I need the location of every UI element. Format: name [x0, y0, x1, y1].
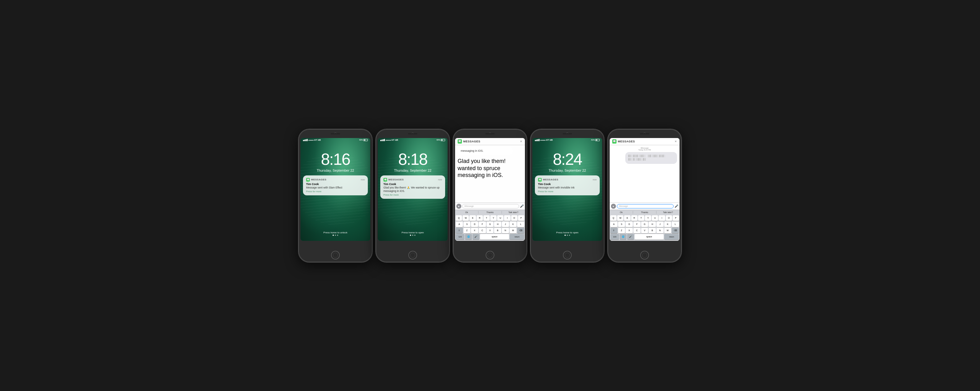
- predictive-word-thanks-5[interactable]: Thanks: [633, 211, 657, 214]
- key-o[interactable]: O: [511, 215, 517, 221]
- key-globe-5[interactable]: 🌐: [620, 234, 627, 240]
- key-g[interactable]: G: [487, 221, 494, 227]
- key-a[interactable]: A: [456, 221, 463, 227]
- key-k[interactable]: K: [510, 221, 517, 227]
- key-globe[interactable]: 🌐: [465, 234, 472, 240]
- key-p[interactable]: P: [518, 215, 524, 221]
- key-y[interactable]: Y: [490, 215, 496, 221]
- expanded-app-icon-5: 💬: [612, 139, 617, 144]
- close-button-5[interactable]: ✕: [675, 140, 677, 143]
- predictive-word-later-5[interactable]: Talk later?: [657, 211, 679, 214]
- key-h[interactable]: H: [494, 221, 501, 227]
- predictive-word-thanks-3[interactable]: Thanks: [479, 211, 502, 214]
- key-k-5[interactable]: K: [664, 221, 671, 227]
- key-y-5[interactable]: Y: [645, 215, 651, 221]
- mic-icon-5[interactable]: 🎤: [675, 204, 678, 208]
- key-w[interactable]: W: [463, 215, 469, 221]
- close-button-3[interactable]: ✕: [520, 140, 522, 143]
- key-return[interactable]: return: [510, 234, 524, 240]
- key-s[interactable]: S: [463, 221, 471, 227]
- screen-1: ●●●● HT HR 43% 8:16 Thursday, September …: [301, 138, 370, 241]
- notification-2[interactable]: MESSAGES now Tim Cook Glad you like them…: [380, 175, 445, 199]
- key-v-5[interactable]: V: [641, 228, 648, 234]
- notification-hint-4: Press for more: [538, 190, 597, 193]
- home-button-5[interactable]: [640, 251, 649, 259]
- home-button-3[interactable]: [486, 251, 494, 259]
- key-c-5[interactable]: C: [633, 228, 641, 234]
- key-mic[interactable]: 🎤: [473, 234, 479, 240]
- key-h-5[interactable]: H: [649, 221, 656, 227]
- predictive-word-ok-5[interactable]: Ok: [610, 211, 633, 214]
- key-n[interactable]: N: [502, 228, 509, 234]
- notification-4[interactable]: MESSAGES now Tim Cook Message sent with …: [535, 175, 600, 196]
- key-b-5[interactable]: B: [649, 228, 656, 234]
- key-x[interactable]: X: [471, 228, 478, 234]
- key-123[interactable]: 123: [456, 234, 465, 240]
- input-arrow-icon-3[interactable]: [457, 204, 461, 209]
- key-space[interactable]: space: [480, 234, 509, 240]
- key-z[interactable]: Z: [463, 228, 471, 234]
- key-backspace-5[interactable]: ⌫: [672, 228, 679, 234]
- invisible-ink-bubble-5[interactable]: ▓▒░▓▒▓░▒▓▒░ ▒▓░▒▓▒░▓▒▓░ ▓▒░▓░▒▓▒░▓▒: [625, 152, 677, 164]
- key-return-5[interactable]: return: [664, 234, 679, 240]
- key-w-5[interactable]: W: [617, 215, 624, 221]
- key-p-5[interactable]: P: [673, 215, 679, 221]
- key-u[interactable]: U: [497, 215, 503, 221]
- key-q-5[interactable]: Q: [610, 215, 617, 221]
- page-dots-4: [532, 235, 602, 236]
- key-v[interactable]: V: [487, 228, 494, 234]
- key-mic-5[interactable]: 🎤: [627, 234, 634, 240]
- home-button-2[interactable]: [408, 251, 417, 259]
- key-t[interactable]: T: [484, 215, 490, 221]
- key-t-5[interactable]: T: [638, 215, 644, 221]
- home-button-4[interactable]: [563, 251, 572, 259]
- expanded-app-name-3: MESSAGES: [463, 140, 520, 143]
- key-r-5[interactable]: R: [631, 215, 638, 221]
- input-arrow-icon-5[interactable]: [611, 204, 616, 209]
- key-b[interactable]: B: [494, 228, 501, 234]
- key-a-5[interactable]: A: [610, 221, 617, 227]
- key-g-5[interactable]: G: [641, 221, 648, 227]
- predictive-word-ok-3[interactable]: Ok: [455, 211, 479, 214]
- key-123-5[interactable]: 123: [610, 234, 619, 240]
- key-d-5[interactable]: D: [625, 221, 633, 227]
- key-m-5[interactable]: M: [664, 228, 671, 234]
- key-m[interactable]: M: [510, 228, 517, 234]
- key-space-5[interactable]: space: [635, 234, 663, 240]
- imessage-area-5: iMessageToday 8:24 PM ▓▒░▓▒▓░▒▓▒░ ▒▓░▒▓▒…: [610, 145, 679, 202]
- key-l[interactable]: L: [517, 221, 524, 227]
- key-j[interactable]: J: [502, 221, 509, 227]
- key-e[interactable]: E: [469, 215, 476, 221]
- key-f[interactable]: F: [479, 221, 486, 227]
- battery-fill-1: [364, 140, 365, 140]
- key-shift-5[interactable]: ⇧: [610, 228, 617, 234]
- mic-icon-3[interactable]: 🎤: [520, 204, 523, 208]
- key-o-5[interactable]: O: [666, 215, 672, 221]
- key-s-5[interactable]: S: [618, 221, 625, 227]
- key-l-5[interactable]: L: [672, 221, 679, 227]
- lock-bottom-4: Press home to open: [532, 231, 602, 234]
- page-dot: [410, 235, 411, 236]
- key-j-5[interactable]: J: [657, 221, 663, 227]
- key-i-5[interactable]: I: [659, 215, 665, 221]
- key-n-5[interactable]: N: [657, 228, 663, 234]
- key-e-5[interactable]: E: [624, 215, 630, 221]
- key-z-5[interactable]: Z: [618, 228, 625, 234]
- key-r[interactable]: R: [477, 215, 483, 221]
- key-q[interactable]: Q: [456, 215, 462, 221]
- status-right-1: 43%: [359, 139, 368, 141]
- predictive-word-later-3[interactable]: Talk later?: [502, 211, 525, 214]
- date-display-2: Thursday, September 22: [378, 168, 448, 172]
- imessage-input-3[interactable]: iMessage: [462, 204, 519, 208]
- key-shift[interactable]: ⇧: [456, 228, 463, 234]
- message-input-5[interactable]: Message: [617, 204, 674, 208]
- key-d[interactable]: D: [471, 221, 478, 227]
- key-i[interactable]: I: [504, 215, 510, 221]
- notification-1[interactable]: MESSAGES now Tim Cook Message sent with …: [303, 175, 368, 196]
- key-u-5[interactable]: U: [652, 215, 658, 221]
- key-x-5[interactable]: X: [625, 228, 633, 234]
- key-backspace[interactable]: ⌫: [517, 228, 524, 234]
- key-f-5[interactable]: F: [633, 221, 641, 227]
- home-button-1[interactable]: [331, 251, 340, 259]
- key-c[interactable]: C: [479, 228, 486, 234]
